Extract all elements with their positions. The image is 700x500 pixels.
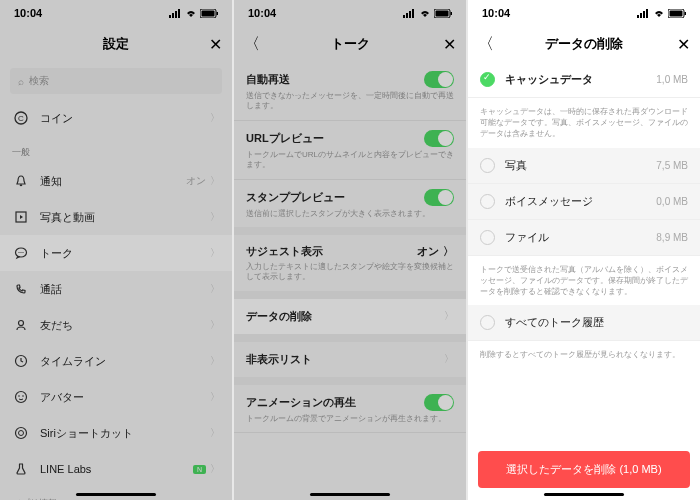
row-timeline[interactable]: タイムライン〉 — [0, 343, 232, 379]
close-icon[interactable]: ✕ — [209, 35, 222, 54]
chevron-right-icon: 〉 — [210, 111, 220, 125]
chevron-right-icon: 〉 — [210, 354, 220, 368]
screen-delete-data: 10:04 〈 データの削除 ✕ キャッシュデータ 1,0 MB キャッシュデー… — [468, 0, 700, 500]
time: 10:04 — [482, 7, 510, 19]
home-indicator — [76, 493, 156, 496]
row-avatar[interactable]: アバター〉 — [0, 379, 232, 415]
svg-point-16 — [16, 392, 27, 403]
svg-point-19 — [16, 428, 27, 439]
phone-icon — [12, 282, 30, 296]
row-suggest[interactable]: サジェスト表示オン〉 入力したテキストに適したスタンプや絵文字を変換候補として表… — [234, 235, 466, 299]
chevron-right-icon: 〉 — [210, 210, 220, 224]
wifi-icon — [419, 9, 431, 18]
svg-rect-5 — [202, 10, 215, 16]
header: 設定 ✕ — [0, 26, 232, 62]
content: 自動再送 送信できなかったメッセージを、一定時間後に自動で再送します。 URLプ… — [234, 62, 466, 500]
avatar-icon — [12, 390, 30, 404]
svg-rect-26 — [436, 10, 449, 16]
bell-icon — [12, 174, 30, 188]
row-voice[interactable]: ボイスメッセージ 0,0 MB — [468, 184, 700, 220]
flask-icon — [12, 462, 30, 476]
row-call[interactable]: 通話〉 — [0, 271, 232, 307]
svg-point-18 — [22, 395, 24, 397]
svg-rect-2 — [175, 11, 177, 18]
svg-rect-33 — [670, 10, 683, 16]
chevron-right-icon: 〉 — [210, 282, 220, 296]
svg-rect-31 — [646, 9, 648, 18]
coin-icon: C — [12, 111, 30, 125]
svg-point-12 — [20, 252, 21, 253]
row-coin[interactable]: C コイン〉 — [0, 100, 232, 136]
wifi-icon — [653, 9, 665, 18]
cache-note: キャッシュデータは、一時的に保存された再ダウンロード可能なデータです。写真、ボイ… — [468, 98, 700, 148]
radio-cache[interactable] — [480, 72, 495, 87]
siri-icon — [12, 426, 30, 440]
statusbar: 10:04 — [234, 0, 466, 26]
delete-button[interactable]: 選択したデータを削除 (1,0 MB) — [478, 451, 690, 488]
svg-rect-6 — [217, 12, 219, 15]
back-icon[interactable]: 〈 — [244, 34, 260, 55]
row-file[interactable]: ファイル 8,9 MB — [468, 220, 700, 256]
svg-rect-1 — [172, 13, 174, 18]
radio-all[interactable] — [480, 315, 495, 330]
search-input[interactable]: ⌕ 検索 — [10, 68, 222, 94]
home-indicator — [544, 493, 624, 496]
play-icon — [12, 210, 30, 224]
chevron-right-icon: 〉 — [444, 352, 454, 366]
svg-rect-27 — [451, 12, 453, 15]
svg-rect-34 — [685, 12, 687, 15]
toggle-stamp[interactable] — [424, 189, 454, 206]
clock-icon — [12, 354, 30, 368]
svg-point-20 — [19, 431, 24, 436]
page-title: 設定 — [103, 35, 129, 53]
row-notifications[interactable]: 通知オン〉 — [0, 163, 232, 199]
svg-rect-24 — [412, 9, 414, 18]
signal-icon — [403, 9, 416, 18]
battery-icon — [200, 9, 218, 18]
svg-text:C: C — [18, 114, 24, 123]
radio-file[interactable] — [480, 230, 495, 245]
svg-rect-23 — [409, 11, 411, 18]
row-all-history[interactable]: すべてのトーク履歴 — [468, 305, 700, 341]
close-icon[interactable]: ✕ — [677, 35, 690, 54]
chevron-right-icon: 〉 — [210, 318, 220, 332]
close-icon[interactable]: ✕ — [443, 35, 456, 54]
radio-voice[interactable] — [480, 194, 495, 209]
row-hidden-list[interactable]: 非表示リスト〉 — [234, 342, 466, 385]
row-talk[interactable]: トーク〉 — [0, 235, 232, 271]
screen-talk: 10:04 〈 トーク ✕ 自動再送 送信できなかったメッセージを、一定時間後に… — [234, 0, 466, 500]
row-animation: アニメーションの再生 トークルームの背景でアニメーションが再生されます。 — [234, 385, 466, 433]
svg-rect-3 — [178, 9, 180, 18]
svg-point-17 — [18, 395, 20, 397]
page-title: トーク — [331, 35, 370, 53]
row-friends[interactable]: 友だち〉 — [0, 307, 232, 343]
battery-icon — [434, 9, 452, 18]
toggle-anim[interactable] — [424, 394, 454, 411]
row-delete-data[interactable]: データの削除〉 — [234, 299, 466, 342]
row-cache[interactable]: キャッシュデータ 1,0 MB — [468, 62, 700, 98]
history-note: 削除するとすべてのトーク履歴が見られなくなります。 — [468, 341, 700, 368]
row-photo[interactable]: 写真 7,5 MB — [468, 148, 700, 184]
row-siri[interactable]: Siriショートカット〉 — [0, 415, 232, 451]
header: 〈 トーク ✕ — [234, 26, 466, 62]
files-note: トークで送受信された写真（アルバムを除く）、ボイスメッセージ、ファイルのデータで… — [468, 256, 700, 306]
page-title: データの削除 — [545, 35, 623, 53]
svg-point-14 — [19, 321, 24, 326]
search-icon: ⌕ — [18, 76, 24, 87]
content: キャッシュデータ 1,0 MB キャッシュデータは、一時的に保存された再ダウンロ… — [468, 62, 700, 441]
home-indicator — [310, 493, 390, 496]
chat-icon — [12, 246, 30, 260]
toggle-resend[interactable] — [424, 71, 454, 88]
toggle-url[interactable] — [424, 130, 454, 147]
back-icon[interactable]: 〈 — [478, 34, 494, 55]
chevron-right-icon: 〉 — [210, 390, 220, 404]
row-labs[interactable]: LINE Labs N 〉 — [0, 451, 232, 487]
status-icons — [637, 9, 686, 18]
statusbar: 10:04 — [0, 0, 232, 26]
screen-settings: 10:04 設定 ✕ ⌕ 検索 C コイン〉 一般 通知オン〉 写真と動画〉 — [0, 0, 232, 500]
radio-photo[interactable] — [480, 158, 495, 173]
content: ⌕ 検索 C コイン〉 一般 通知オン〉 写真と動画〉 トーク〉 通話〉 友だち… — [0, 62, 232, 500]
chevron-right-icon: 〉 — [210, 174, 220, 188]
row-photo-video[interactable]: 写真と動画〉 — [0, 199, 232, 235]
friends-icon — [12, 318, 30, 332]
